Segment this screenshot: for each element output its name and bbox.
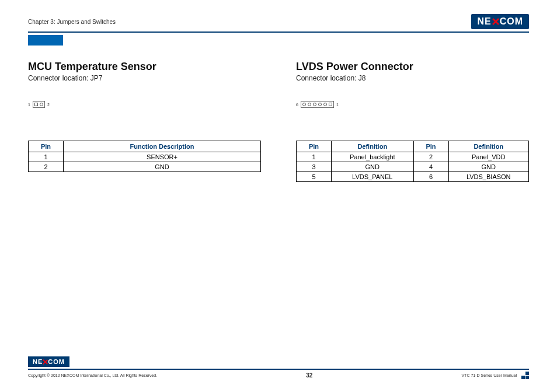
table-header: Pin — [413, 141, 448, 152]
table-header: Pin — [29, 141, 64, 152]
pin-table-left: Pin Function Description 1 SENSOR+ 2 GND — [28, 141, 261, 172]
table-cell: 3 — [297, 162, 332, 172]
table-cell: GND — [448, 162, 528, 172]
header-rule — [28, 32, 529, 33]
pin-square-icon — [329, 103, 332, 106]
footer-row: Copyright © 2012 NEXCOM International Co… — [28, 372, 529, 379]
blue-accent-bar — [28, 35, 63, 46]
diagram-label-left: 1 — [28, 103, 30, 107]
subtitle-right: Connector location: J8 — [296, 74, 529, 82]
table-cell: LVDS_PANEL — [332, 172, 414, 182]
pin-circle-icon — [313, 103, 316, 106]
table-cell: 2 — [29, 162, 64, 172]
connector-box — [301, 101, 334, 108]
table-row: 3 GND 4 GND — [297, 162, 529, 172]
left-column: MCU Temperature Sensor Connector locatio… — [28, 61, 261, 182]
connector-box — [33, 101, 45, 108]
table-header: Function Description — [64, 141, 261, 152]
subtitle-left: Connector location: JP7 — [28, 74, 261, 82]
page-number: 32 — [306, 372, 312, 379]
pin-circle-icon — [302, 103, 306, 106]
table-cell: 2 — [413, 152, 448, 162]
chapter-title: Chapter 3: Jumpers and Switches — [28, 19, 116, 25]
logo-text: NECOM — [477, 16, 523, 27]
pin-circle-icon — [323, 103, 327, 106]
footer-right: VTC 71-D Series User Manual — [461, 372, 529, 379]
table-row: 5 LVDS_PANEL 6 LVDS_BIASON — [297, 172, 529, 182]
table-cell: 4 — [413, 162, 448, 172]
table-row: 1 Panel_backlight 2 Panel_VDD — [297, 152, 529, 162]
table-cell: LVDS_BIASON — [448, 172, 528, 182]
table-cell: 6 — [413, 172, 448, 182]
page-footer: NECOM Copyright © 2012 NEXCOM Internatio… — [28, 356, 529, 379]
pin-square-icon — [34, 103, 38, 106]
table-header: Definition — [332, 141, 414, 152]
footer-rule — [28, 369, 529, 370]
pin-circle-icon — [318, 103, 322, 106]
pin-circle-icon — [308, 103, 311, 106]
table-cell: SENSOR+ — [64, 152, 261, 162]
table-header: Pin — [297, 141, 332, 152]
table-cell: 1 — [29, 152, 64, 162]
copyright-text: Copyright © 2012 NEXCOM International Co… — [28, 373, 157, 377]
pin-circle-icon — [40, 103, 43, 106]
footer-dots-icon — [521, 372, 529, 379]
table-cell: GND — [64, 162, 261, 172]
diagram-label-right: 2 — [47, 103, 50, 107]
table-header: Definition — [448, 141, 528, 152]
table-cell: 5 — [297, 172, 332, 182]
table-cell: GND — [332, 162, 414, 172]
manual-name: VTC 71-D Series User Manual — [461, 373, 517, 377]
connector-diagram-jp7: 1 2 — [28, 101, 261, 108]
section-title-left: MCU Temperature Sensor — [28, 61, 261, 73]
diagram-label-right: 1 — [336, 103, 339, 107]
connector-diagram-j8: 6 1 — [296, 101, 529, 108]
section-title-right: LVDS Power Connector — [296, 61, 529, 73]
footer-logo: NECOM — [28, 356, 69, 367]
table-cell: 1 — [297, 152, 332, 162]
table-row: 1 SENSOR+ — [29, 152, 261, 162]
main-content: MCU Temperature Sensor Connector locatio… — [28, 61, 529, 182]
table-cell: Panel_backlight — [332, 152, 414, 162]
page-header: Chapter 3: Jumpers and Switches NECOM — [28, 14, 529, 29]
footer-left: NECOM — [28, 356, 529, 369]
pin-table-right: Pin Definition Pin Definition 1 Panel_ba… — [296, 141, 529, 182]
table-cell: Panel_VDD — [448, 152, 528, 162]
nexcom-logo: NECOM — [471, 14, 529, 29]
table-row: 2 GND — [29, 162, 261, 172]
diagram-label-left: 6 — [296, 103, 298, 107]
right-column: LVDS Power Connector Connector location:… — [296, 61, 529, 182]
